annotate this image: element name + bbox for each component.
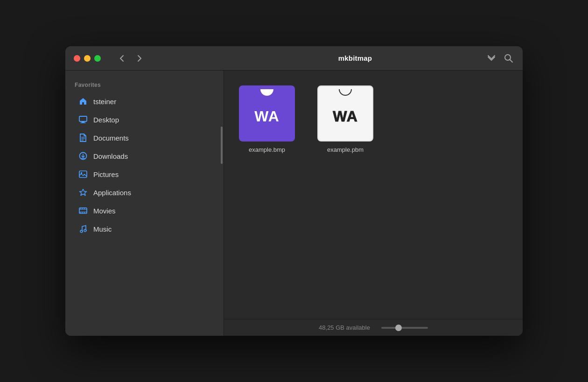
zoom-slider[interactable] xyxy=(381,327,428,329)
more-views-button[interactable] xyxy=(486,55,497,62)
applications-icon xyxy=(78,188,88,197)
file-name-bmp: example.bmp xyxy=(249,146,285,153)
sidebar-item-documents-label: Documents xyxy=(93,134,129,142)
home-icon xyxy=(78,97,88,106)
sidebar-item-movies[interactable]: Movies xyxy=(69,202,220,219)
sidebar-item-applications-label: Applications xyxy=(93,189,131,197)
status-bar: 48,25 GB available xyxy=(224,319,523,336)
content-area: WA example.bmp WA example.pbm xyxy=(224,71,523,336)
sidebar-item-downloads[interactable]: Downloads xyxy=(69,147,220,165)
pictures-icon xyxy=(78,170,88,179)
titlebar: mkbitmap xyxy=(65,46,523,71)
download-icon xyxy=(78,151,88,161)
bmp-wa-text: WA xyxy=(254,108,280,125)
sidebar-scrollbar-thumb[interactable] xyxy=(221,127,223,164)
file-item-pbm[interactable]: WA example.pbm xyxy=(314,82,377,157)
movies-icon xyxy=(78,206,88,215)
close-button[interactable] xyxy=(74,55,80,62)
storage-status: 48,25 GB available xyxy=(319,324,370,331)
sidebar-item-desktop-label: Desktop xyxy=(93,116,119,124)
svg-point-21 xyxy=(80,230,83,233)
pbm-badge-top xyxy=(339,89,352,96)
back-button[interactable] xyxy=(116,52,128,65)
titlebar-actions xyxy=(486,54,523,63)
desktop-icon xyxy=(78,115,88,124)
sidebar-item-desktop[interactable]: Desktop xyxy=(69,111,220,128)
traffic-lights xyxy=(65,52,224,65)
sidebar-item-movies-label: Movies xyxy=(93,207,116,215)
favorites-label: Favorites xyxy=(65,78,224,92)
svg-point-22 xyxy=(84,229,86,232)
slider-thumb[interactable] xyxy=(395,325,402,331)
sidebar-item-tsteiner-label: tsteiner xyxy=(93,98,116,106)
sidebar-item-tsteiner[interactable]: tsteiner xyxy=(69,92,220,110)
sidebar-item-applications[interactable]: Applications xyxy=(69,184,220,201)
forward-button[interactable] xyxy=(133,52,146,65)
finder-window: mkbitmap Favorites xyxy=(65,46,523,336)
music-icon xyxy=(78,224,88,233)
sidebar-item-pictures-label: Pictures xyxy=(93,170,119,178)
sidebar-item-pictures[interactable]: Pictures xyxy=(69,165,220,183)
maximize-button[interactable] xyxy=(94,55,101,62)
svg-rect-12 xyxy=(79,208,87,213)
search-button[interactable] xyxy=(504,54,513,63)
sidebar: Favorites tsteiner xyxy=(65,71,224,336)
minimize-button[interactable] xyxy=(84,55,91,62)
sidebar-scrollbar xyxy=(221,117,223,295)
slider-track xyxy=(381,327,428,329)
svg-line-1 xyxy=(510,59,513,62)
main-content: Favorites tsteiner xyxy=(65,71,523,336)
sidebar-item-music[interactable]: Music xyxy=(69,220,220,238)
bmp-badge-top xyxy=(260,89,273,96)
file-thumbnail-pbm: WA xyxy=(317,85,373,141)
document-icon xyxy=(78,133,88,142)
svg-rect-2 xyxy=(79,116,87,121)
window-title: mkbitmap xyxy=(224,54,486,62)
file-grid: WA example.bmp WA example.pbm xyxy=(224,71,523,319)
file-item-bmp[interactable]: WA example.bmp xyxy=(235,82,299,157)
sidebar-item-downloads-label: Downloads xyxy=(93,152,128,160)
file-thumbnail-bmp: WA xyxy=(239,85,295,141)
sidebar-item-music-label: Music xyxy=(93,225,112,233)
pbm-wa-text: WA xyxy=(333,108,358,125)
sidebar-item-documents[interactable]: Documents xyxy=(69,129,220,147)
file-name-pbm: example.pbm xyxy=(327,146,364,153)
nav-buttons xyxy=(105,52,146,65)
